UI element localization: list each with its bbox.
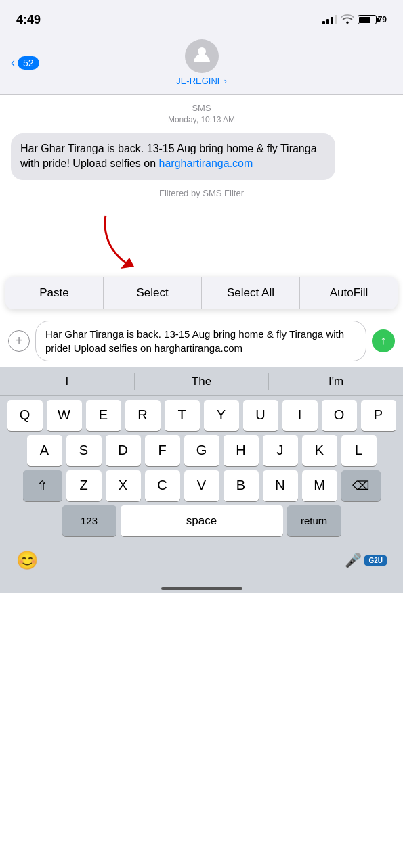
watermark-text: G2U [368,557,383,564]
back-chevron-icon: ‹ [11,55,15,70]
predictive-item-2[interactable]: I'm [269,373,403,390]
message-input[interactable]: Har Ghar Tiranga is back. 13-15 Aug brin… [35,321,366,361]
numbers-key[interactable]: 123 [62,505,116,536]
sms-label: SMS [11,103,392,113]
contact-chevron-icon: › [224,76,227,86]
input-row: + Har Ghar Tiranga is back. 13-15 Aug br… [0,315,403,367]
key-b[interactable]: B [224,470,259,501]
key-x[interactable]: X [106,470,141,501]
contact-info: JE-REGINF › [176,39,227,86]
message-bubble: Har Ghar Tiranga is back. 13-15 Aug brin… [11,133,335,180]
battery-icon: 79 [358,15,387,24]
wifi-icon [341,14,354,26]
add-attachment-button[interactable]: + [8,330,30,352]
key-d[interactable]: D [106,435,141,466]
key-row-1: Q W E R T Y U I O P [3,400,400,431]
key-p[interactable]: P [361,400,396,431]
key-rows: Q W E R T Y U I O P A S D F G H J K [0,396,403,543]
key-o[interactable]: O [322,400,357,431]
key-row-3: ⇧ Z X C V B N M ⌫ [3,470,400,501]
key-a[interactable]: A [27,435,62,466]
key-s[interactable]: S [66,435,102,466]
space-key[interactable]: space [121,505,283,536]
key-l[interactable]: L [341,435,377,466]
nav-header: ‹ 52 JE-REGINF › [0,34,403,95]
paste-button[interactable]: Paste [5,277,104,309]
sms-header: SMS Monday, 10:13 AM [11,103,392,125]
status-bar: 4:49 79 [0,0,403,34]
back-button[interactable]: ‹ 52 [11,55,39,70]
context-menu: Paste Select Select All AutoFill [5,277,398,309]
back-badge[interactable]: 52 [18,56,39,70]
key-c[interactable]: C [145,470,180,501]
home-bar [161,587,242,590]
key-u[interactable]: U [243,400,278,431]
red-arrow-icon [92,209,146,279]
bottom-bar: 😊 🎤 G2U [0,543,403,582]
key-y[interactable]: Y [204,400,239,431]
key-e[interactable]: E [86,400,121,431]
key-q[interactable]: Q [7,400,43,431]
predictive-bar: I The I'm [0,367,403,396]
watermark: 🎤 G2U [345,552,387,568]
chat-area: SMS Monday, 10:13 AM Har Ghar Tiranga is… [0,95,403,277]
signal-icon [322,15,337,24]
contact-name[interactable]: JE-REGINF › [176,76,227,86]
key-t[interactable]: T [165,400,200,431]
key-i[interactable]: I [282,400,318,431]
select-button[interactable]: Select [104,277,202,309]
key-n[interactable]: N [263,470,298,501]
status-icons: 79 [322,14,387,26]
status-time: 4:49 [16,13,41,27]
key-j[interactable]: J [263,435,298,466]
key-w[interactable]: W [47,400,82,431]
key-h[interactable]: H [224,435,259,466]
key-v[interactable]: V [184,470,219,501]
mic-icon: 🎤 [345,552,362,568]
predictive-item-0[interactable]: I [0,373,135,390]
keyboard: I The I'm Q W E R T Y U I O P A S [0,367,403,593]
arrow-container [11,209,392,277]
home-indicator [0,582,403,593]
key-f[interactable]: F [145,435,180,466]
battery-level: 79 [378,15,387,24]
key-k[interactable]: K [302,435,337,466]
key-z[interactable]: Z [66,470,102,501]
key-row-4: 123 space return [3,505,400,536]
filtered-label: Filtered by SMS Filter [11,188,392,198]
key-row-2: A S D F G H J K L [3,435,400,466]
send-button[interactable]: ↑ [372,329,395,352]
key-m[interactable]: M [302,470,337,501]
key-r[interactable]: R [125,400,161,431]
key-g[interactable]: G [184,435,219,466]
autofill-button[interactable]: AutoFill [300,277,398,309]
sms-date: Monday, 10:13 AM [168,115,235,124]
delete-key[interactable]: ⌫ [341,470,381,501]
return-key[interactable]: return [287,505,341,536]
predictive-item-1[interactable]: The [135,373,270,390]
send-arrow-icon: ↑ [381,334,387,348]
select-all-button[interactable]: Select All [202,277,300,309]
avatar [185,39,219,73]
emoji-button[interactable]: 😊 [16,550,38,571]
shift-key[interactable]: ⇧ [23,470,62,501]
message-link[interactable]: harghartiranga.com [159,158,253,169]
person-icon [192,44,212,69]
